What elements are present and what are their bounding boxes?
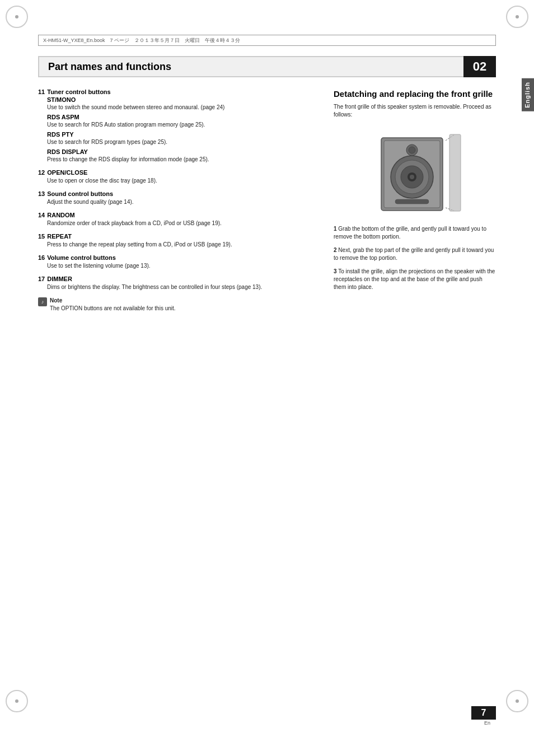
section-13-header: 13 Sound control buttons: [38, 190, 322, 197]
section-13-desc: Adjust the sound quality (page 14).: [47, 198, 322, 206]
step-3-text: To install the grille, align the project…: [334, 268, 495, 290]
section-14-header: 14 RANDOM: [38, 212, 322, 218]
section-15: 15 REPEAT Press to change the repeat pla…: [38, 233, 322, 249]
section-17-desc: Dims or brightens the display. The brigh…: [47, 283, 322, 291]
section-12: 12 OPEN/CLOSE Use to open or close the d…: [38, 169, 322, 185]
sidebar-english-label: English: [522, 78, 534, 111]
section-11-number: 11: [38, 88, 45, 95]
section-14: 14 RANDOM Randomize order of track playb…: [38, 212, 322, 227]
section-14-title: RANDOM: [47, 212, 75, 218]
corner-decoration-tr: [506, 6, 528, 28]
grille-step-2: 2 Next, grab the top part of the grille …: [334, 246, 496, 262]
section-14-number: 14: [38, 212, 45, 218]
page-number-box: 7: [471, 706, 496, 720]
section-15-number: 15: [38, 233, 45, 240]
section-16-header: 16 Volume control buttons: [38, 254, 322, 261]
sub-label-rdspty: RDS PTY: [47, 131, 322, 138]
section-12-header: 12 OPEN/CLOSE: [38, 169, 322, 176]
sub-label-rdsaspm: RDS ASPM: [47, 114, 322, 120]
section-15-desc: Press to change the repeat play setting …: [47, 241, 322, 249]
note-label: Note: [50, 297, 62, 304]
section-17-header: 17 DIMMER: [38, 276, 322, 282]
sub-desc-rdspty: Use to search for RDS program types (pag…: [47, 138, 322, 146]
section-11-title: Tuner control buttons: [47, 88, 110, 95]
section-16-number: 16: [38, 254, 45, 261]
detach-intro: The front grille of this speaker system …: [334, 103, 496, 119]
section-11-header: 11 Tuner control buttons: [38, 88, 322, 95]
section-11: 11 Tuner control buttons ST/MONO Use to …: [38, 88, 322, 164]
section-17: 17 DIMMER Dims or brightens the display.…: [38, 276, 322, 291]
section-14-desc: Randomize order of track playback from a…: [47, 220, 322, 227]
header-title-box: Part names and functions: [38, 56, 463, 77]
header-bar: Part names and functions 02: [38, 56, 496, 77]
meta-bar: X-HM51-W_YXE8_En.book 7 ページ ２０１３年５月７日 火曜…: [38, 35, 496, 46]
section-12-number: 12: [38, 169, 45, 176]
corner-decoration-br: [506, 690, 528, 712]
step-1-number: 1: [334, 226, 337, 232]
corner-decoration-bl: [6, 690, 28, 712]
section-13: 13 Sound control buttons Adjust the soun…: [38, 190, 322, 206]
sub-label-stmono: ST/MONO: [47, 96, 322, 103]
sub-desc-stmono: Use to switch the sound mode between ste…: [47, 104, 322, 111]
file-info: X-HM51-W_YXE8_En.book 7 ページ ２０１３年５月７日 火曜…: [43, 37, 240, 44]
right-column: Detatching and replacing the front grill…: [334, 88, 496, 312]
grille-step-3: 3 To install the grille, align the proje…: [334, 268, 496, 291]
section-17-number: 17: [38, 276, 45, 282]
sub-label-rdsdisplay: RDS DISPLAY: [47, 148, 322, 155]
note-icon: ♪: [38, 297, 47, 306]
step-3-number: 3: [334, 268, 337, 274]
grille-step-1: 1 Grab the bottom of the grille, and gen…: [334, 225, 496, 241]
sub-desc-rdsaspm: Use to search for RDS Auto station progr…: [47, 121, 322, 129]
step-1-text: Grab the bottom of the grille, and gentl…: [334, 226, 486, 240]
page-title: Part names and functions: [48, 61, 171, 73]
step-2-number: 2: [334, 247, 337, 253]
svg-rect-9: [395, 199, 429, 204]
note-text: Note The OPTION buttons are not availabl…: [50, 297, 176, 312]
svg-rect-12: [449, 134, 461, 211]
section-15-title: REPEAT: [47, 233, 72, 240]
note-box: ♪ Note The OPTION buttons are not availa…: [38, 297, 322, 312]
section-17-title: DIMMER: [47, 276, 72, 282]
section-12-title: OPEN/CLOSE: [47, 169, 87, 176]
svg-point-8: [409, 147, 415, 153]
section-13-title: Sound control buttons: [47, 190, 113, 197]
corner-decoration-tl: [6, 6, 28, 28]
note-content: The OPTION buttons are not available for…: [50, 305, 176, 311]
section-16-desc: Use to set the listening volume (page 13…: [47, 262, 322, 270]
content-area: Part names and functions 02 11 Tuner con…: [38, 56, 496, 694]
chapter-number: 02: [463, 56, 496, 77]
sub-desc-rdsdisplay: Press to change the RDS display for info…: [47, 156, 322, 164]
page-en-label: En: [484, 720, 490, 726]
section-12-desc: Use to open or close the disc tray (page…: [47, 177, 322, 185]
speaker-illustration: [364, 127, 465, 216]
svg-point-6: [410, 175, 414, 179]
left-column: 11 Tuner control buttons ST/MONO Use to …: [38, 88, 322, 312]
columns: 11 Tuner control buttons ST/MONO Use to …: [38, 88, 496, 312]
section-13-number: 13: [38, 190, 45, 197]
section-16-title: Volume control buttons: [47, 254, 116, 261]
step-2-text: Next, grab the top part of the grille an…: [334, 247, 494, 261]
section-15-header: 15 REPEAT: [38, 233, 322, 240]
page: X-HM51-W_YXE8_En.book 7 ページ ２０１３年５月７日 火曜…: [0, 0, 534, 756]
section-16: 16 Volume control buttons Use to set the…: [38, 254, 322, 270]
detach-title: Detatching and replacing the front grill…: [334, 88, 496, 100]
